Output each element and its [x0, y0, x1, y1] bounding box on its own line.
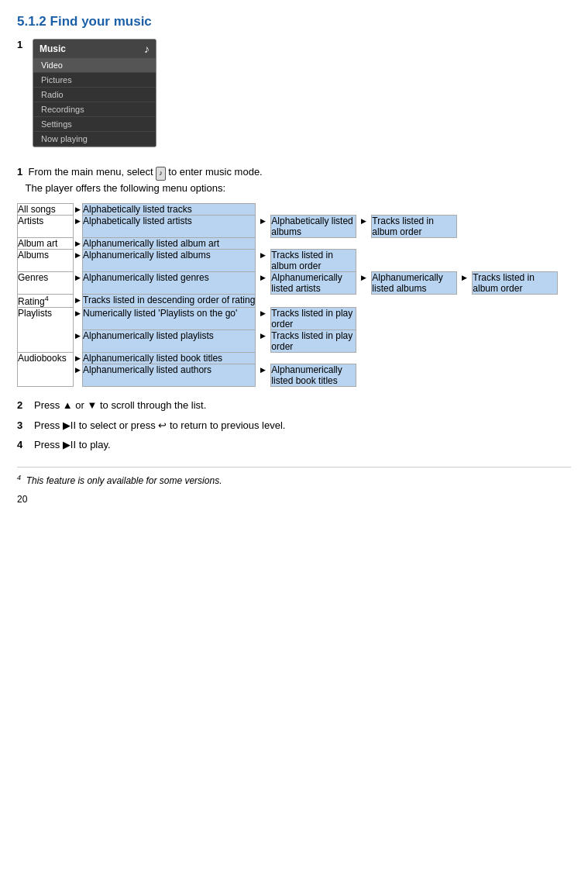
step3-num: 3: [17, 418, 31, 433]
steps-list: 2 Press ▲ or ▼ to scroll through the lis…: [17, 398, 571, 453]
step4-num: 4: [17, 437, 31, 453]
arrow-genres-2: ▶: [256, 272, 271, 295]
arrow-audiobooks-3: ▶: [256, 364, 271, 387]
footnote-sup: 4: [45, 295, 49, 302]
device-header: Music ♪: [33, 40, 156, 58]
label-all-songs: All songs: [18, 204, 74, 216]
row-audiobooks-2: ▶ Alphanumerically listed authors ▶ Alph…: [18, 364, 558, 387]
item-alpha-artists: Alphabetically listed artists: [83, 216, 256, 238]
menu-options-table: All songs ▶ Alphabetically listed tracks…: [17, 203, 558, 387]
item-alpha-albums-artists: Alphabetically listed albums: [271, 216, 356, 238]
arrow-audiobooks-1: ▶: [74, 353, 83, 364]
step1-text: From the main menu, select: [28, 166, 153, 178]
footnote-number: 4: [17, 474, 21, 481]
item-alpha-artists-genres: Alphanumerically listed artists: [271, 272, 356, 295]
step1-text2: to enter music mode.: [168, 166, 262, 178]
arrow-rating-1: ▶: [74, 295, 83, 308]
item-alpha-genres: Alphanumerically listed genres: [83, 272, 256, 295]
step3-text: Press ▶II to select or press ↩ to return…: [34, 418, 285, 433]
arrow-albums-1: ▶: [74, 250, 83, 272]
row-albums: Albums ▶ Alphanumerically listed albums …: [18, 250, 558, 272]
device-menu: Video Pictures Radio Recordings Settings…: [33, 58, 156, 147]
item-alpha-authors: Alphanumerically listed authors: [83, 364, 256, 387]
item-tracks-rating: Tracks listed in descending order of rat…: [83, 295, 256, 308]
menu-item-radio: Radio: [33, 88, 156, 102]
step3-row: 3 Press ▶II to select or press ↩ to retu…: [17, 418, 571, 433]
step1-description: 1 From the main menu, select ♪ to enter …: [17, 164, 571, 195]
arrow-audiobooks-2: ▶: [74, 364, 83, 387]
arrow-albums-2: ▶: [256, 250, 271, 272]
label-album-art: Album art: [18, 238, 74, 250]
item-alpha-playlists: Alphanumerically listed playlists: [83, 330, 256, 353]
row-playlists-2: ▶ Alphanumerically listed playlists ▶ Tr…: [18, 330, 558, 353]
menu-item-video: Video: [33, 58, 156, 73]
step2-text: Press ▲ or ▼ to scroll through the list.: [34, 398, 206, 413]
device-title: Music: [40, 43, 66, 54]
item-tracks-play-order-2: Tracks listed in play order: [271, 330, 356, 353]
step1-bold-num: 1: [17, 166, 22, 178]
item-tracks-album-order-artists: Tracks listed in album order: [372, 216, 457, 238]
arrow-playlists-3: ▶: [74, 330, 83, 353]
row-rating: Rating4 ▶ Tracks listed in descending or…: [18, 295, 558, 308]
item-alpha-book-titles-2: Alphanumerically listed book titles: [271, 364, 356, 387]
step1-text3: The player offers the following menu opt…: [26, 182, 225, 194]
step2-row: 2 Press ▲ or ▼ to scroll through the lis…: [17, 398, 571, 413]
footnote-section: 4 This feature is only available for som…: [17, 467, 571, 486]
item-alpha-albums: Alphanumerically listed albums: [83, 250, 256, 272]
menu-item-nowplaying: Now playing: [33, 132, 156, 147]
music-icon: ♪: [144, 43, 150, 55]
item-tracks-album-order-albums: Tracks listed in album order: [271, 250, 356, 272]
step1-container: 1 Music ♪ Video Pictures Radio Recording…: [17, 39, 571, 154]
row-audiobooks-1: Audiobooks ▶ Alphanumerically listed boo…: [18, 353, 558, 364]
arrow-artists-2: ▶: [256, 216, 271, 238]
label-genres: Genres: [18, 272, 74, 295]
row-playlists-1: Playlists ▶ Numerically listed 'Playlist…: [18, 308, 558, 330]
arrow-playlists-1: ▶: [74, 308, 83, 330]
row-album-art: Album art ▶ Alphanumerically listed albu…: [18, 238, 558, 250]
item-alpha-albums-genres: Alphanumerically listed albums: [372, 272, 457, 295]
label-artists: Artists: [18, 216, 74, 238]
label-audiobooks: Audiobooks: [18, 353, 74, 387]
section-heading: 5.1.2 Find your music: [17, 14, 571, 29]
label-albums: Albums: [18, 250, 74, 272]
label-rating: Rating4: [18, 295, 74, 308]
footnote-text: This feature is only available for some …: [26, 475, 222, 486]
row-all-songs: All songs ▶ Alphabetically listed tracks: [18, 204, 558, 216]
item-alpha-book-titles: Alphanumerically listed book titles: [83, 353, 256, 364]
arrow-genres-3: ▶: [356, 272, 372, 295]
arrow-playlists-2: ▶: [256, 308, 271, 330]
step4-text: Press ▶II to play.: [34, 437, 111, 453]
menu-item-pictures: Pictures: [33, 73, 156, 88]
arrow-genres-4: ▶: [457, 272, 473, 295]
device-screenshot: Music ♪ Video Pictures Radio Recordings …: [33, 39, 156, 147]
menu-item-recordings: Recordings: [33, 102, 156, 117]
item-alpha-album-art: Alphanumerically listed album art: [83, 238, 256, 250]
step4-row: 4 Press ▶II to play.: [17, 437, 571, 453]
label-playlists: Playlists: [18, 308, 74, 353]
arrow-artists-1: ▶: [74, 216, 83, 238]
arrow-albumart-1: ▶: [74, 238, 83, 250]
item-tracks-album-order-genres: Tracks listed in album order: [473, 272, 558, 295]
arrow-genres-1: ▶: [74, 272, 83, 295]
menu-item-settings: Settings: [33, 117, 156, 132]
music-mode-icon: ♪: [156, 167, 166, 181]
row-artists: Artists ▶ Alphabetically listed artists …: [18, 216, 558, 238]
arrow-allsongs-1: ▶: [74, 204, 83, 216]
page-number: 20: [17, 494, 571, 505]
item-num-playlists: Numerically listed 'Playlists on the go': [83, 308, 256, 330]
arrow-playlists-4: ▶: [256, 330, 271, 353]
item-tracks-play-order-1: Tracks listed in play order: [271, 308, 356, 330]
row-genres: Genres ▶ Alphanumerically listed genres …: [18, 272, 558, 295]
item-alpha-tracks: Alphabetically listed tracks: [83, 204, 256, 216]
arrow-artists-3: ▶: [356, 216, 372, 238]
step2-num: 2: [17, 398, 31, 413]
step1-number: 1: [17, 39, 28, 50]
